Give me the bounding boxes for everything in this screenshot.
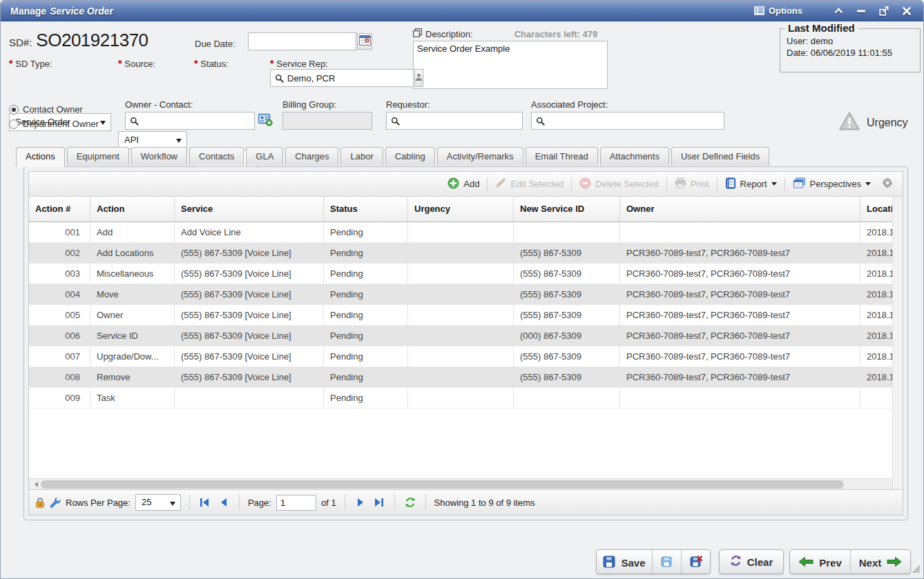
tab-charges[interactable]: Charges (285, 147, 338, 166)
scrollbar-thumb[interactable] (41, 480, 844, 489)
edit-selected-button[interactable]: Edit Selected (489, 177, 570, 190)
column-header-owner[interactable]: Owner (620, 197, 860, 222)
last-page-icon[interactable] (372, 496, 386, 509)
delete-selected-button[interactable]: Delete Selected (573, 177, 665, 191)
prev-page-icon[interactable] (217, 496, 231, 509)
cell-service: (555) 867-5309 [Voice Line] (175, 264, 324, 284)
rows-per-page-select[interactable]: 25 (135, 494, 181, 511)
owner-contact-field[interactable] (125, 112, 255, 130)
close-icon[interactable] (901, 6, 912, 16)
table-row[interactable]: 004Move(555) 867-5309 [Voice Line]Pendin… (29, 284, 892, 305)
column-header-status[interactable]: Status (324, 197, 408, 222)
scroll-left-icon[interactable] (29, 479, 40, 490)
clear-button[interactable]: Clear (719, 549, 784, 574)
tab-user-defined-fields[interactable]: User Defined Fields (671, 147, 769, 166)
table-row[interactable]: 002Add Locations(555) 867-5309 [Voice Li… (29, 243, 892, 264)
cell-new-service-id (514, 388, 620, 409)
column-header-new-service-id[interactable]: New Service ID (514, 197, 620, 222)
service-rep-field[interactable] (270, 69, 414, 87)
tab-contacts[interactable]: Contacts (189, 147, 244, 166)
tab-workflow[interactable]: Workflow (131, 147, 187, 166)
urgency-indicator[interactable]: Urgency (838, 111, 908, 134)
column-header-urgency[interactable]: Urgency (408, 197, 514, 222)
table-row[interactable]: 008Remove(555) 867-5309 [Voice Line]Pend… (29, 367, 892, 388)
last-modified-title: Last Modified (785, 22, 858, 34)
tab-actions[interactable]: Actions (16, 147, 65, 167)
minimize-icon[interactable] (856, 6, 867, 16)
wrench-icon[interactable] (50, 497, 61, 508)
print-button[interactable]: Print (668, 177, 715, 190)
tab-equipment[interactable]: Equipment (67, 147, 129, 166)
service-rep-combo (270, 69, 403, 87)
table-row[interactable]: 003Miscellaneous(555) 867-5309 [Voice Li… (29, 264, 892, 284)
cell-new-service-id: (555) 867-5309 (514, 367, 620, 388)
popout-icon[interactable] (878, 6, 889, 16)
table-row[interactable]: 005Owner(555) 867-5309 [Voice Line]Pendi… (29, 305, 892, 326)
arrow-left-icon (798, 556, 814, 569)
cell-owner: PCR360-7089-test7, PCR360-7089-test7 (620, 367, 860, 388)
tab-attachments[interactable]: Attachments (600, 147, 669, 166)
service-rep-input[interactable] (287, 73, 409, 84)
add-contact-button[interactable] (258, 113, 273, 126)
cell-urgency (408, 367, 514, 388)
tab-activity-remarks[interactable]: Activity/Remarks (437, 147, 523, 166)
perspectives-button[interactable]: Perspectives (787, 177, 877, 191)
collapse-icon[interactable] (833, 6, 844, 16)
column-header-service[interactable]: Service (175, 197, 324, 222)
add-button[interactable]: Add (441, 177, 485, 191)
tab-labor[interactable]: Labor (340, 147, 383, 166)
next-page-icon[interactable] (354, 496, 367, 509)
save-and-close-button[interactable] (681, 550, 710, 574)
due-date-field[interactable] (248, 32, 356, 50)
table-row[interactable]: 001AddAdd Voice LinePending2018.1 R (29, 222, 892, 243)
cell-location: 2018.1 R (860, 264, 892, 284)
save-and-new-button[interactable] (652, 550, 681, 574)
service-rep-picker-button[interactable] (414, 69, 423, 87)
tab-email-thread[interactable]: Email Thread (526, 147, 598, 166)
cell-owner: PCR360-7089-test7, PCR360-7089-test7 (620, 243, 860, 264)
resize-grip[interactable] (911, 564, 921, 576)
radio-department-owner[interactable]: Department Owner (9, 119, 99, 129)
column-header-location[interactable]: Location (860, 197, 892, 222)
due-date-input[interactable] (253, 37, 352, 47)
prev-button[interactable]: Prev (790, 550, 850, 574)
cell-service (175, 388, 324, 409)
requestor-field[interactable] (386, 112, 523, 130)
tab-cabling[interactable]: Cabling (385, 147, 435, 166)
requestor-input[interactable] (403, 116, 518, 126)
tab-gla[interactable]: GLA (246, 147, 283, 166)
cell-new-service-id (514, 222, 620, 243)
calendar-button[interactable] (357, 33, 372, 50)
table-row[interactable]: 007Upgrade/Dow...(555) 867-5309 [Voice L… (29, 346, 892, 367)
table-row[interactable]: 006Service ID(555) 867-5309 [Voice Line]… (29, 326, 892, 346)
options-button[interactable]: Options (754, 6, 802, 16)
radio-contact-owner-circle[interactable] (9, 105, 19, 115)
page-input[interactable] (276, 495, 316, 511)
report-button[interactable]: Report (719, 177, 783, 191)
cell-new-service-id: (555) 867-5309 (514, 264, 620, 284)
horizontal-scrollbar[interactable] (29, 478, 903, 489)
description-textarea[interactable]: Service Order Example (413, 41, 608, 89)
refresh-icon[interactable] (403, 496, 417, 509)
cell-urgency (408, 388, 514, 409)
owner-contact-input[interactable] (142, 116, 250, 126)
description-label: Description: (425, 29, 473, 39)
radio-department-owner-circle[interactable] (9, 119, 19, 129)
cell-urgency (408, 243, 514, 264)
column-header-action[interactable]: Action # (29, 197, 90, 222)
next-button[interactable]: Next (850, 550, 910, 574)
save-button[interactable]: Save (597, 550, 652, 574)
lock-icon[interactable] (35, 497, 45, 508)
owner-contact-label: Owner - Contact: (125, 99, 193, 110)
cell-owner: PCR360-7089-test7, PCR360-7089-test7 (620, 264, 860, 284)
radio-contact-owner[interactable]: Contact Owner (9, 104, 83, 115)
column-header-action[interactable]: Action (90, 197, 175, 222)
cell-urgency (408, 284, 514, 305)
cell-action: Upgrade/Dow... (90, 346, 175, 367)
associated-project-field[interactable] (531, 112, 724, 130)
associated-project-input[interactable] (548, 116, 720, 126)
vertical-scrollbar[interactable] (892, 197, 903, 489)
table-row[interactable]: 009TaskPending (29, 388, 892, 409)
first-page-icon[interactable] (198, 496, 212, 509)
grid-settings-button[interactable] (877, 177, 896, 190)
